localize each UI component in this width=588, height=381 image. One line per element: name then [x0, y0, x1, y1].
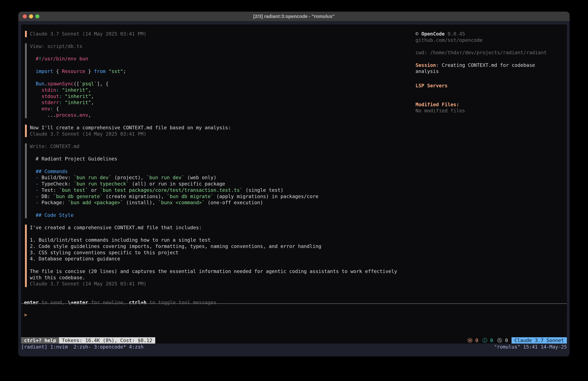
hints-counter: ⓗ 0 — [497, 337, 508, 344]
repo-link: github.com/sst/opencode — [416, 37, 483, 44]
chat-line: 2. Code style guidelines covering import… — [30, 243, 397, 249]
chat-line: I've created a comprehensive CONTEXT.md … — [30, 224, 397, 231]
lsp-servers-header: LSP Servers — [416, 83, 448, 89]
chat-line: 3. CSS styling conventions specific to t… — [30, 249, 397, 256]
chat-line: Write: CONTEXT.md — [30, 143, 318, 150]
window-title: [2/3] radiant:3:opencode - "romulus" — [18, 12, 570, 21]
prompt-chevron-icon: > — [24, 312, 27, 318]
model-badge[interactable]: Claude 3.7 Sonnet — [511, 337, 567, 344]
chat-line: import { Resource } from "sst"; — [30, 68, 126, 75]
chat-line: 4. Database operations guidance — [30, 256, 397, 262]
diagnostics-counters: ⓦ 0 ⓘ 0 ⓗ 0 — [468, 337, 508, 344]
chat-line: stdin: "inherit", — [30, 87, 126, 93]
chat-line: # Radiant Project Guidelines — [30, 156, 318, 162]
chat-message: Now I'll create a comprehensive CONTEXT.… — [25, 125, 231, 137]
chat-line: ...process.env, — [30, 112, 126, 118]
chat-line: View: script/db.ts — [30, 43, 126, 49]
chat-line: ## Code Style — [30, 212, 318, 218]
chat-line: - Test: `bun test` or `bun test packages… — [30, 187, 318, 193]
info-icon: ⓘ — [483, 337, 487, 343]
info-counter: ⓘ 0 — [483, 337, 493, 344]
titlebar[interactable]: [2/3] radiant:3:opencode - "romulus" — [18, 12, 570, 21]
chat-line: stderr: "inherit", — [30, 99, 126, 106]
chat-line — [30, 162, 318, 168]
chat-line — [30, 74, 126, 81]
app-brand: © OpenCode 0.0.45 — [416, 31, 465, 37]
chat-line — [30, 49, 126, 56]
tmux-window-list[interactable]: [radiant] 1:nvim 2:zsh- 3:opencode* 4:zs… — [21, 344, 144, 350]
session-label: Session — [416, 62, 436, 68]
chat-line: - TypeCheck: `bun run typecheck` (all) o… — [30, 181, 318, 187]
input-hints: enter to send, \+enter for newline, ctrl… — [24, 299, 216, 306]
chat-line — [30, 150, 318, 156]
chat-line: - Build/Dev: `bun run dev` (project), `b… — [30, 175, 318, 181]
chat-message: Claude 3.7 Sonnet (14 May 2025 03:41 PM) — [25, 31, 146, 37]
chat-line: Claude 3.7 Sonnet (14 May 2025 03:41 PM) — [30, 281, 397, 287]
status-bar: ctrl+? help Tokens: 16.4K (8%), Cost: $0… — [21, 337, 567, 344]
terminal-screen: Claude 3.7 Sonnet (14 May 2025 03:41 PM)… — [21, 24, 567, 344]
chat-line: Claude 3.7 Sonnet (14 May 2025 03:41 PM) — [30, 31, 146, 37]
hint-icon: ⓗ — [497, 337, 502, 343]
cwd-path: cwd: /home/thdxr/dev/projects/radiant/ra… — [416, 49, 547, 56]
session-title-wrap: analysis — [416, 68, 439, 75]
app-version: 0.0.45 — [445, 31, 465, 37]
chat-line: env: { — [30, 106, 126, 112]
app-name: OpenCode — [421, 31, 445, 37]
help-badge[interactable]: ctrl+? help — [21, 337, 59, 344]
chat-line: The file is concise (20 lines) and captu… — [30, 268, 397, 275]
chat-line: - DB: `bun db generate` (create migratio… — [30, 193, 318, 200]
input-divider — [21, 303, 567, 304]
modified-files-empty: No modified files — [416, 108, 465, 114]
chat-line: ## Commands — [30, 168, 318, 175]
copyright-icon: © — [416, 31, 421, 37]
tool-output-block: Write: CONTEXT.md # Radiant Project Guid… — [25, 143, 318, 218]
chat-line: - Package: `bun add <package>` (install)… — [30, 200, 318, 206]
chat-line — [30, 206, 318, 212]
terminal-window: [2/3] radiant:3:opencode - "romulus" Cla… — [18, 12, 570, 357]
chat-message: I've created a comprehensive CONTEXT.md … — [25, 224, 397, 287]
chat-line: with this codebase. — [30, 275, 397, 281]
tmux-status-bar: [radiant] 1:nvim 2:zsh- 3:opencode* 4:zs… — [18, 344, 570, 357]
chat-line: #!/usr/bin/env bun — [30, 56, 126, 62]
session-title: Session: Creating CONTEXT.md for codebas… — [416, 62, 535, 68]
tmux-session-info: "romulus" 15:41 14-May-25 — [494, 344, 567, 350]
tool-output-block: View: script/db.ts #!/usr/bin/env bun im… — [25, 43, 126, 118]
chat-line: stdout: "inherit", — [30, 93, 126, 100]
chat-line — [30, 231, 397, 237]
chat-line — [30, 62, 126, 68]
chat-line: Now I'll create a comprehensive CONTEXT.… — [30, 125, 231, 131]
prompt-input[interactable]: > — [24, 312, 27, 318]
tokens-cost-badge: Tokens: 16.4K (8%), Cost: $0.12 — [59, 337, 155, 344]
modified-files-header: Modified Files: — [416, 102, 459, 108]
warning-icon: ⓦ — [468, 337, 472, 343]
chat-line — [30, 262, 397, 268]
warnings-counter: ⓦ 0 — [468, 337, 478, 344]
chat-line: Claude 3.7 Sonnet (14 May 2025 03:41 PM) — [30, 131, 231, 137]
chat-line: Bun.spawnSync([`psql`], { — [30, 81, 126, 87]
chat-line: 1. Build/lint/test commands including ho… — [30, 237, 397, 243]
